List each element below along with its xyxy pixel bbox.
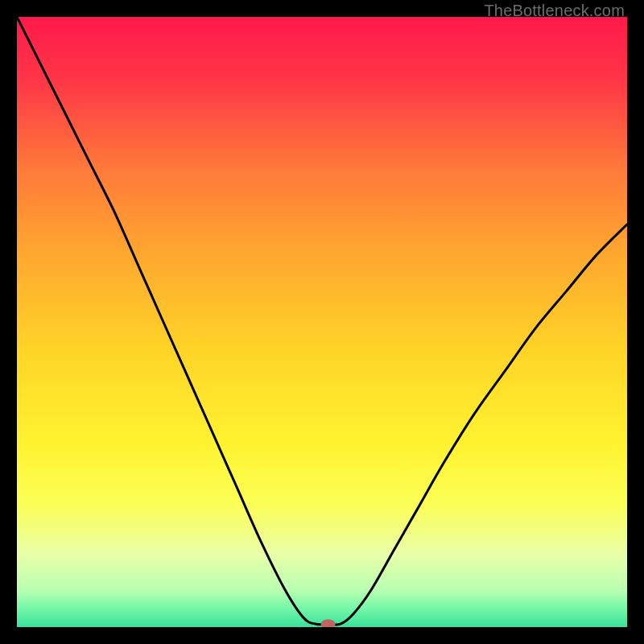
bottleneck-chart xyxy=(17,17,627,627)
chart-frame xyxy=(17,17,627,627)
chart-background xyxy=(17,17,627,627)
